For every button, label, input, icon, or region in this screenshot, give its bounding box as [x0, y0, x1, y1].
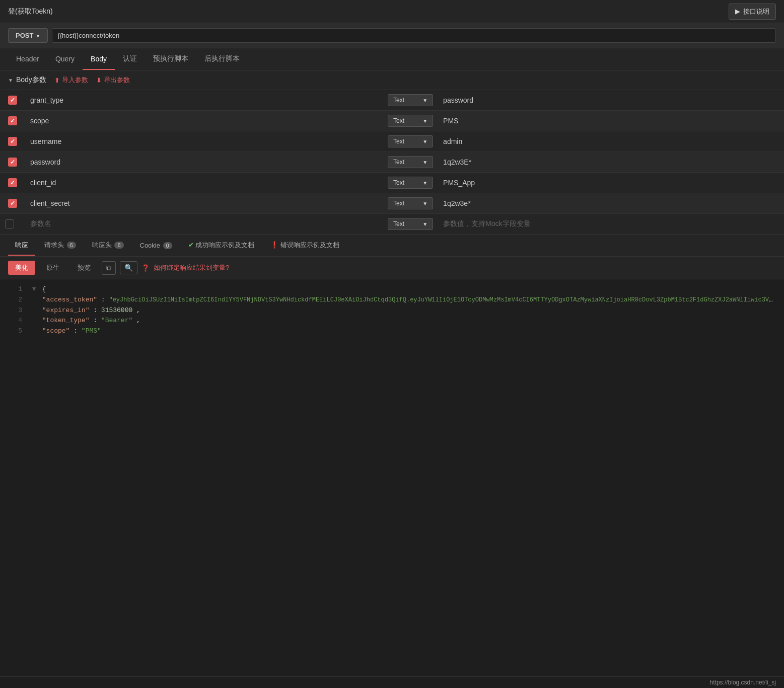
json-line-2: 2 "access_token" : "eyJhbGciOiJSUzI1NiIs… [8, 295, 776, 305]
param-name-3: username [25, 131, 383, 152]
tab-error-examples[interactable]: ❗ 错误响应示例及文档 [263, 236, 346, 256]
error-icon: ❗ [270, 241, 278, 249]
main-tabs: Header Query Body 认证 预执行脚本 后执行脚本 [0, 48, 784, 70]
param-checkbox-2[interactable]: ✓ [8, 116, 17, 125]
param-checkbox-6[interactable]: ✓ [8, 199, 17, 208]
play-icon: ▶ [735, 8, 740, 15]
param-type-btn-7[interactable]: Text [388, 218, 433, 230]
param-value-5: PMS_App [438, 173, 784, 193]
param-name-4: password [25, 152, 383, 173]
param-checkbox-1[interactable]: ✓ [8, 96, 17, 105]
question-icon: ❓ [141, 264, 150, 272]
success-icon: ✔ [188, 241, 194, 249]
tab-pre-script[interactable]: 预执行脚本 [145, 48, 196, 70]
param-type-btn-4[interactable]: Text [388, 156, 433, 168]
param-name-2: scope [25, 111, 383, 131]
tab-cookie[interactable]: Cookie 0 [133, 237, 179, 255]
req-headers-badge: 6 [67, 242, 76, 249]
chevron-down-icon [422, 200, 427, 207]
cookie-badge: 0 [163, 242, 172, 249]
page-title: 登(获取Toekn) [8, 7, 53, 16]
param-type-btn-5[interactable]: Text [388, 177, 433, 189]
beautify-button[interactable]: 美化 [8, 261, 35, 275]
param-value-4: 1q2w3E* [438, 152, 784, 173]
tab-response-headers[interactable]: 响应头 6 [85, 236, 131, 256]
tab-success-examples[interactable]: ✔ 成功响应示例及文档 [181, 236, 262, 256]
json-line-3: 3 "expires_in" : 31536000 , [8, 305, 776, 316]
param-name-1: grant_type [25, 90, 383, 111]
param-value-1: password [438, 90, 784, 111]
body-section-title: Body参数 [8, 75, 46, 85]
search-icon: 🔍 [124, 264, 133, 272]
json-response-area: 1 ▼ { 2 "access_token" : "eyJhbGciOiJSUz… [0, 279, 784, 410]
table-row: ✓ scope Text PMS [0, 111, 784, 131]
param-value-6: 1q2w3e* [438, 193, 784, 214]
param-type-btn-6[interactable]: Text [388, 197, 433, 209]
table-row: ✓ grant_type Text password [0, 90, 784, 111]
param-type-btn-3[interactable]: Text [388, 135, 433, 147]
param-name-5: client_id [25, 173, 383, 193]
upload-icon: ⬆ [54, 77, 60, 84]
bind-variable-link[interactable]: ❓ 如何绑定响应结果到变量? [141, 263, 229, 272]
response-toolbar: 美化 原生 预览 ⧉ 🔍 ❓ 如何绑定响应结果到变量? [0, 257, 784, 279]
status-bar: https://blog.csdn.net/li_sj [0, 676, 784, 688]
tab-response[interactable]: 响应 [8, 236, 35, 256]
table-row: ✓ password Text 1q2w3E* [0, 152, 784, 173]
api-doc-button[interactable]: ▶ 接口说明 [729, 4, 776, 20]
chevron-down-icon [422, 117, 427, 124]
param-value-placeholder: 参数值，支持Mock字段变量 [438, 214, 784, 235]
url-input[interactable] [52, 28, 776, 43]
copy-button[interactable]: ⧉ [102, 261, 116, 275]
response-tabs: 响应 请求头 6 响应头 6 Cookie 0 ✔ 成功响应示例及文档 ❗ 错误… [0, 235, 784, 257]
tab-body[interactable]: Body [83, 49, 115, 70]
chevron-down-icon [422, 220, 427, 227]
preview-button[interactable]: 预览 [70, 261, 98, 275]
top-bar: 登(获取Toekn) ▶ 接口说明 [0, 0, 784, 23]
collapse-icon [8, 77, 13, 84]
param-checkbox-4[interactable]: ✓ [8, 158, 17, 167]
tab-request-headers[interactable]: 请求头 6 [37, 236, 83, 256]
param-type-btn-2[interactable]: Text [388, 115, 433, 127]
param-type-btn-1[interactable]: Text [388, 94, 433, 106]
chevron-down-icon [422, 179, 427, 186]
tab-query[interactable]: Query [47, 49, 83, 70]
resp-headers-badge: 6 [114, 242, 123, 249]
param-name-6: client_secret [25, 193, 383, 214]
search-button[interactable]: 🔍 [120, 261, 137, 274]
method-button[interactable]: POST [8, 28, 48, 43]
chevron-down-icon [422, 97, 427, 104]
export-params-button[interactable]: ⬇ 导出参数 [96, 75, 130, 85]
param-value-2: PMS [438, 111, 784, 131]
param-checkbox-3[interactable]: ✓ [8, 137, 17, 146]
tab-post-script[interactable]: 后执行脚本 [196, 48, 248, 70]
table-row: ✓ client_id Text PMS_App [0, 173, 784, 193]
json-line-5: 5 "scope" : "PMS" [8, 326, 776, 337]
chevron-down-icon [35, 32, 40, 39]
table-row-empty: 参数名 Text 参数值，支持Mock字段变量 [0, 214, 784, 235]
param-checkbox-5[interactable]: ✓ [8, 178, 17, 187]
copy-icon: ⧉ [106, 264, 111, 272]
tab-auth[interactable]: 认证 [115, 48, 145, 70]
table-row: ✓ client_secret Text 1q2w3e* [0, 193, 784, 214]
download-icon: ⬇ [96, 77, 102, 84]
table-row: ✓ username Text admin [0, 131, 784, 152]
param-value-3: admin [438, 131, 784, 152]
chevron-down-icon [422, 138, 427, 145]
param-checkbox-7[interactable] [5, 219, 14, 228]
tab-header[interactable]: Header [8, 49, 47, 70]
json-line-1: 1 ▼ { [8, 284, 776, 295]
chevron-down-icon [422, 159, 427, 166]
url-bar: POST [0, 23, 784, 48]
raw-button[interactable]: 原生 [39, 261, 66, 275]
param-name-placeholder: 参数名 [25, 214, 383, 235]
import-params-button[interactable]: ⬆ 导入参数 [54, 75, 88, 85]
json-line-4: 4 "token_type" : "Bearer" , [8, 316, 776, 326]
params-table: ✓ grant_type Text password ✓ scope [0, 90, 784, 235]
body-section-header: Body参数 ⬆ 导入参数 ⬇ 导出参数 [0, 70, 784, 90]
